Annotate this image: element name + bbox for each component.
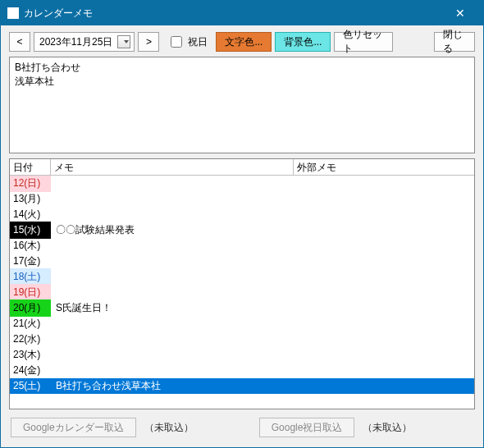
cell-memo	[51, 369, 305, 373]
table-row[interactable]: 15(水)〇〇試験結果発表	[10, 222, 474, 238]
cell-memo: B社打ち合わせ浅草本社	[51, 377, 305, 395]
memo-textarea[interactable]: B社打ち合わせ 浅草本社	[9, 57, 475, 153]
table-row[interactable]: 19(日)	[10, 285, 474, 300]
bg-color-button[interactable]: 背景色...	[275, 32, 331, 52]
table-row[interactable]: 12(日)	[10, 176, 474, 191]
cell-date: 21(火)	[10, 315, 51, 332]
date-picker[interactable]: 2023年11月25日	[34, 32, 135, 52]
cell-date: 12(日)	[10, 176, 51, 192]
grid-header: 日付 メモ 外部メモ	[10, 159, 474, 176]
table-row[interactable]: 17(金)	[10, 254, 474, 269]
google-calendar-import-button[interactable]: Googleカレンダー取込	[11, 418, 136, 437]
next-day-button[interactable]: >	[138, 32, 159, 52]
holiday-checkbox[interactable]	[171, 36, 182, 48]
table-row[interactable]: 22(水)	[10, 331, 474, 347]
cell-ext	[305, 291, 474, 295]
app-window: カレンダーメモ ✕ < 2023年11月25日 > 祝日 文字色... 背景色.…	[0, 0, 484, 448]
cell-ext	[305, 245, 474, 248]
table-row[interactable]: 16(木)	[10, 238, 474, 254]
holiday-checkbox-wrap[interactable]: 祝日	[167, 34, 208, 50]
cell-ext	[305, 322, 474, 326]
cell-date: 17(金)	[10, 253, 51, 270]
cell-date: 23(木)	[10, 346, 51, 363]
cell-date: 25(土)	[10, 377, 51, 395]
cell-ext	[305, 213, 474, 217]
cell-ext	[305, 182, 474, 185]
cell-ext	[305, 354, 474, 357]
calendar-grid: 日付 メモ 外部メモ 12(日)13(月)14(火)15(水)〇〇試験結果発表1…	[9, 158, 475, 409]
cell-ext	[305, 260, 474, 263]
cell-ext	[305, 229, 474, 232]
table-row[interactable]: 23(木)	[10, 347, 474, 363]
cell-date: 18(土)	[10, 268, 51, 286]
cell-memo	[51, 245, 305, 248]
table-row[interactable]: 20(月)S氏誕生日！	[10, 300, 474, 316]
cell-memo	[51, 291, 305, 295]
google-holiday-import-button[interactable]: Google祝日取込	[259, 418, 355, 437]
cell-memo	[51, 198, 305, 201]
cell-memo	[51, 354, 305, 357]
cell-memo	[51, 322, 305, 326]
cell-ext	[305, 385, 474, 388]
cell-date: 22(水)	[10, 331, 51, 348]
cell-memo	[51, 260, 305, 263]
table-row[interactable]: 18(土)	[10, 269, 474, 285]
titlebar: カレンダーメモ ✕	[1, 1, 483, 25]
table-row[interactable]: 25(土)B社打ち合わせ浅草本社	[10, 378, 474, 394]
holiday-label: 祝日	[188, 35, 208, 49]
header-ext[interactable]: 外部メモ	[294, 159, 474, 175]
header-memo[interactable]: メモ	[51, 159, 294, 175]
text-color-button[interactable]: 文字色...	[216, 32, 272, 52]
cell-ext	[305, 338, 474, 341]
cell-date: 16(木)	[10, 237, 51, 254]
table-row[interactable]: 13(月)	[10, 191, 474, 207]
cell-memo: S氏誕生日！	[51, 299, 305, 317]
calendar-dropdown-icon[interactable]	[117, 35, 130, 48]
header-date[interactable]: 日付	[10, 159, 51, 175]
reset-color-button[interactable]: 色リセット	[334, 32, 393, 52]
toolbar: < 2023年11月25日 > 祝日 文字色... 背景色... 色リセット 閉…	[1, 25, 483, 57]
cell-memo	[51, 338, 305, 341]
cell-date: 20(月)	[10, 299, 51, 317]
date-value: 2023年11月25日	[39, 35, 112, 49]
cell-ext	[305, 276, 474, 279]
cell-memo	[51, 276, 305, 279]
close-icon: ✕	[455, 7, 465, 20]
cell-date: 13(月)	[10, 190, 51, 208]
google-holiday-status: （未取込）	[363, 421, 412, 435]
google-calendar-status: （未取込）	[144, 421, 194, 435]
cell-memo	[51, 182, 305, 185]
cell-date: 24(金)	[10, 362, 51, 379]
footer: Googleカレンダー取込 （未取込） Google祝日取込 （未取込）	[1, 409, 483, 447]
cell-memo	[51, 213, 305, 217]
table-row[interactable]: 14(火)	[10, 207, 474, 222]
cell-ext	[305, 369, 474, 373]
cell-memo: 〇〇試験結果発表	[51, 222, 305, 239]
cell-ext	[305, 198, 474, 201]
table-row[interactable]: 24(金)	[10, 363, 474, 378]
table-row[interactable]: 21(火)	[10, 316, 474, 331]
window-title: カレンダーメモ	[24, 7, 93, 21]
prev-day-button[interactable]: <	[9, 32, 30, 52]
window-close-button[interactable]: ✕	[444, 1, 477, 25]
grid-body[interactable]: 12(日)13(月)14(火)15(水)〇〇試験結果発表16(木)17(金)18…	[10, 176, 474, 409]
cell-date: 14(火)	[10, 206, 51, 223]
app-icon	[7, 7, 19, 19]
close-button[interactable]: 閉じる	[434, 32, 475, 52]
cell-date: 15(水)	[10, 222, 51, 239]
cell-ext	[305, 307, 474, 310]
cell-date: 19(日)	[10, 284, 51, 301]
